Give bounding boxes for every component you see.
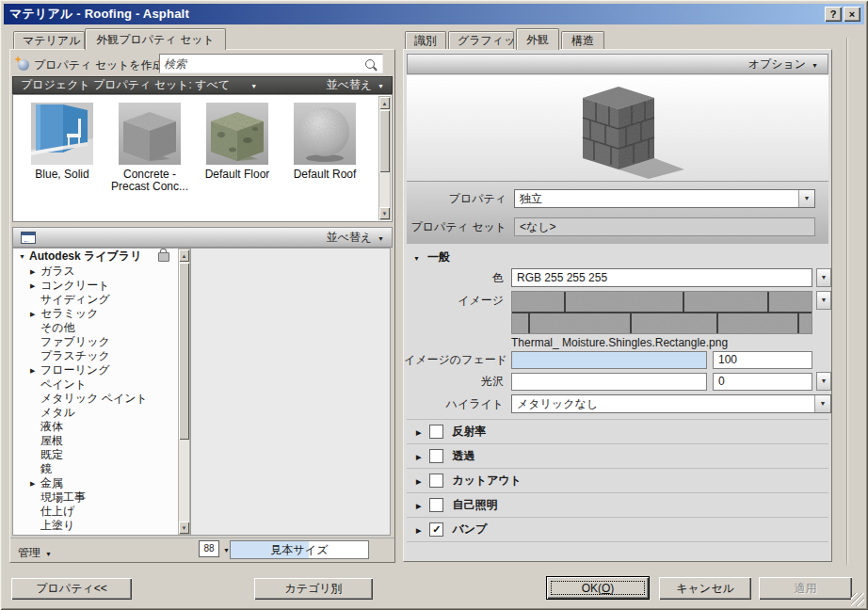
by-category-button[interactable]: カテゴリ別 xyxy=(254,578,373,600)
expand-icon[interactable]: ▶ xyxy=(416,454,421,460)
material-item-default-roof[interactable]: Default Roof xyxy=(283,103,366,193)
thumbnail-list-scrollbar[interactable]: ▲ ▼ xyxy=(378,96,391,220)
tree-item-ceramic[interactable]: ▶セラミック xyxy=(13,307,190,321)
tree-item-metal[interactable]: メタル xyxy=(13,406,190,420)
library-sort-dropdown[interactable]: 並べ替え xyxy=(327,230,373,246)
highlight-combobox[interactable]: メタリックなし ▼ xyxy=(511,394,831,413)
transparency-checkbox[interactable] xyxy=(429,449,443,463)
options-dropdown[interactable]: オプション xyxy=(748,56,806,72)
title-bar[interactable]: マテリアル - Roofing - Asphalt ? × xyxy=(4,4,864,24)
library-material-list[interactable] xyxy=(191,248,391,536)
tree-scrollbar[interactable]: ▲ ▼ xyxy=(178,249,190,535)
bump-checkbox[interactable]: ✓ xyxy=(429,522,443,537)
cutout-checkbox[interactable] xyxy=(429,474,443,488)
tree-item-misc[interactable]: その他 xyxy=(13,321,190,335)
expand-icon[interactable]: ▶ xyxy=(416,478,421,485)
tree-item-default[interactable]: 既定 xyxy=(13,448,190,462)
section-self-illumination[interactable]: ▶ 自己照明 xyxy=(407,493,828,518)
chevron-down-icon[interactable]: ▼ xyxy=(250,83,257,89)
scroll-down-button[interactable]: ▼ xyxy=(379,207,390,219)
tree-item-roof[interactable]: 屋根 xyxy=(13,434,190,448)
tab-graphics[interactable]: グラフィックス xyxy=(448,31,514,49)
sort-dropdown[interactable]: 並べ替え xyxy=(327,77,373,93)
tab-material[interactable]: マテリアル xyxy=(13,31,85,49)
tree-item-siding[interactable]: サイディング xyxy=(13,293,190,307)
section-transparency[interactable]: ▶ 透過 xyxy=(407,444,828,469)
tab-identity[interactable]: 識別 xyxy=(405,31,446,49)
scroll-up-button[interactable]: ▲ xyxy=(179,249,189,262)
expand-icon[interactable]: ▶ xyxy=(30,268,40,276)
properties-toggle-button[interactable]: プロパティ<< xyxy=(11,578,132,600)
collapse-icon[interactable]: ▼ xyxy=(413,255,420,262)
create-property-set-button[interactable]: プロパティ セットを作成 ▼ xyxy=(14,54,179,76)
expand-icon[interactable]: ▶ xyxy=(30,367,40,375)
expand-icon[interactable]: ▶ xyxy=(30,311,40,318)
manage-dropdown[interactable]: 管理 ▼ xyxy=(14,541,56,564)
chevron-down-icon[interactable]: ▼ xyxy=(223,547,230,554)
tab-structure[interactable]: 構造 xyxy=(561,31,604,49)
tree-item-metals[interactable]: ▶金属 xyxy=(13,476,190,490)
gloss-value[interactable]: 0 xyxy=(713,373,812,391)
tree-item-concrete[interactable]: ▶コンクリート xyxy=(13,279,190,293)
image-texture-preview[interactable] xyxy=(511,291,812,334)
material-preview[interactable] xyxy=(407,75,828,182)
image-options-button[interactable]: ▼ xyxy=(816,291,831,310)
search-icon[interactable] xyxy=(365,59,375,69)
chevron-down-icon[interactable]: ▼ xyxy=(378,83,384,89)
tree-item-topcoat[interactable]: 上塗り xyxy=(13,519,190,533)
expand-icon[interactable]: ▶ xyxy=(30,480,40,488)
expand-icon[interactable]: ▶ xyxy=(416,503,421,509)
resize-grip[interactable] xyxy=(851,593,864,606)
ok-button[interactable]: OK(O) xyxy=(546,576,650,600)
chevron-down-icon[interactable]: ▼ xyxy=(812,62,818,69)
tree-item-metallic-paint[interactable]: メタリック ペイント xyxy=(13,392,190,406)
image-fade-value[interactable]: 100 xyxy=(713,351,812,369)
tree-item-mirror[interactable]: 鏡 xyxy=(13,462,190,476)
tree-item-flooring[interactable]: ▶フローリング xyxy=(13,363,190,377)
scroll-down-button[interactable]: ▼ xyxy=(179,522,189,534)
scrollbar-thumb[interactable] xyxy=(379,110,390,172)
tree-item-liquid[interactable]: 液体 xyxy=(13,420,190,434)
tab-appearance[interactable]: 外観 xyxy=(516,28,559,50)
material-item-default-floor[interactable]: Default Floor xyxy=(196,103,279,193)
tree-item-paint[interactable]: ペイント xyxy=(13,377,190,392)
expand-icon[interactable]: ▶ xyxy=(416,527,421,534)
self-illumination-checkbox[interactable] xyxy=(429,498,443,512)
tree-item-finish[interactable]: 仕上げ xyxy=(13,505,190,519)
chevron-down-icon[interactable]: ▼ xyxy=(378,235,384,242)
material-item-concrete[interactable]: Concrete - Precast Conc... xyxy=(108,103,191,193)
section-reflectivity[interactable]: ▶ 反射率 xyxy=(407,419,828,444)
tree-item-glass[interactable]: ▶ガラス xyxy=(13,265,190,279)
expand-icon[interactable]: ▶ xyxy=(416,429,421,436)
project-property-set-dropdown[interactable]: プロジェクト プロパティ セット: すべて xyxy=(21,77,230,93)
chevron-down-icon[interactable]: ▼ xyxy=(798,190,814,207)
search-input[interactable] xyxy=(160,56,365,72)
image-fade-slider[interactable] xyxy=(511,351,707,369)
collapse-icon[interactable]: ▼ xyxy=(19,253,29,260)
color-options-button[interactable]: ▼ xyxy=(816,268,831,287)
tree-item-sitework[interactable]: 現場工事 xyxy=(13,490,190,505)
expand-icon[interactable]: ▶ xyxy=(30,282,40,290)
thumbnail-view-button[interactable]: 88 xyxy=(199,540,219,557)
cancel-button[interactable]: キャンセル xyxy=(659,577,751,600)
general-section-header[interactable]: ▼ 一般 xyxy=(413,249,450,265)
help-button[interactable]: ? xyxy=(825,7,842,22)
gloss-slider[interactable] xyxy=(511,373,707,391)
property-combobox[interactable]: 独立 ▼ xyxy=(514,189,815,208)
gloss-options-button[interactable]: ▼ xyxy=(816,372,831,391)
color-field[interactable]: RGB 255 255 255 xyxy=(511,268,812,287)
scrollbar-thumb[interactable] xyxy=(179,263,189,440)
section-bump[interactable]: ▶ ✓ バンプ xyxy=(407,518,828,542)
material-item-blue-solid[interactable]: Blue, Solid xyxy=(21,103,104,193)
section-cutout[interactable]: ▶ カットアウト xyxy=(407,469,828,493)
scroll-up-button[interactable]: ▲ xyxy=(379,97,390,109)
sample-size-input[interactable] xyxy=(230,540,369,559)
tab-appearance-property-set[interactable]: 外観プロパティ セット xyxy=(85,28,226,50)
chevron-down-icon[interactable]: ▼ xyxy=(814,395,830,412)
close-button[interactable]: × xyxy=(844,7,860,22)
tree-item-plastic[interactable]: プラスチック xyxy=(13,349,190,363)
library-panel-icon[interactable] xyxy=(21,232,36,244)
tree-item-fabric[interactable]: ファブリック xyxy=(13,335,190,349)
tree-root-autodesk-library[interactable]: ▼ Autodesk ライブラリ xyxy=(13,249,190,265)
reflectivity-checkbox[interactable] xyxy=(429,425,443,439)
